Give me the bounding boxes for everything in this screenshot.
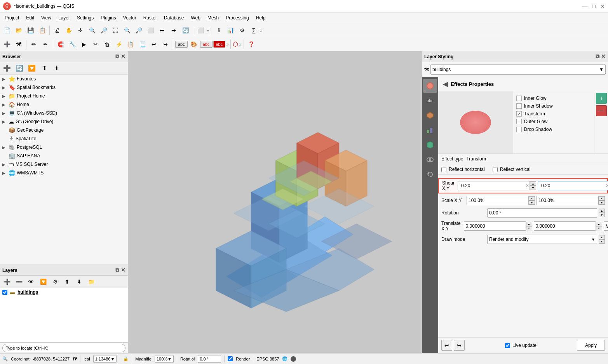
layer-remove-btn[interactable]: ➖ [14,276,24,287]
paste-button[interactable]: 📃 [137,39,148,50]
layer-down-btn[interactable]: ⬇ [74,276,85,287]
layer-filter-btn[interactable]: 🔽 [38,276,49,287]
menu-help[interactable]: Help [253,14,269,21]
scale-y-up[interactable]: ▲ [599,196,605,200]
identify-button[interactable]: ℹ [213,25,224,36]
select-feature-button[interactable]: ⬜ [195,25,206,36]
layers-float-btn[interactable]: ⧉ [115,267,119,273]
tree-item-favorites[interactable]: ▶ ⭐ Favorites [0,75,128,83]
translate-y-up[interactable]: ▲ [596,222,602,226]
tree-item-bookmarks[interactable]: ▶ 🔖 Spatial Bookmarks [0,83,128,92]
effect-label-outerglow[interactable]: Outer Glow [524,119,548,124]
split-button[interactable]: ⚡ [113,39,124,50]
close-button[interactable]: ✕ [600,3,605,9]
tab-labels[interactable]: abc [423,94,437,108]
open-attr-button[interactable]: 📊 [225,25,236,36]
styling-close-btn[interactable]: ✕ [601,53,606,60]
browser-info-btn[interactable]: ℹ [51,63,62,74]
effect-checkbox-outerglow[interactable] [516,119,522,124]
effect-checkbox-dropshadow[interactable] [516,127,522,132]
render-checkbox[interactable] [228,356,233,361]
layer-group-btn[interactable]: 📁 [86,276,97,287]
effect-checkbox-innershadow[interactable] [516,103,522,109]
styling-float-btn[interactable]: ⧉ [596,53,599,60]
select-button[interactable]: ▶ [78,39,89,50]
layer-checkbox-buildings[interactable] [2,290,7,295]
draw-mode-dropdown[interactable]: Render and modify ▼ [487,235,597,244]
zoom-full-button[interactable]: ⛶ [110,25,121,36]
effect-label-innerglow[interactable]: Inner Glow [524,96,547,101]
rotation-up[interactable]: ▲ [599,209,605,213]
scale-dropdown[interactable]: 1:13486 ▼ [93,355,117,363]
add-effect-button[interactable]: + [596,93,607,104]
pan-button[interactable]: ✋ [63,25,74,36]
tab-history[interactable] [423,167,437,181]
canvas-area[interactable] [128,51,422,353]
title-bar-controls[interactable]: — □ ✕ [582,3,605,9]
tree-item-spatialite[interactable]: 🗄 SpatiaLite [0,134,128,143]
effect-label-transform[interactable]: Transform [524,111,545,117]
translate-y-down[interactable]: ▼ [596,226,602,230]
menu-edit[interactable]: Edit [23,14,37,21]
edit-button[interactable]: ✒ [40,39,51,50]
effect-label-dropshadow[interactable]: Drop Shadow [524,127,552,132]
tab-diagrams[interactable] [423,123,437,137]
effects-back-icon[interactable]: ◀ [443,80,448,88]
scale-y-down[interactable]: ▼ [599,200,605,205]
browser-add-btn[interactable]: ➕ [2,63,12,74]
layer-add-btn[interactable]: ➕ [2,276,12,287]
undo-history-button[interactable]: ↩ [441,340,452,351]
tab-renderer[interactable] [423,79,437,93]
menu-database[interactable]: Database [161,14,187,21]
browser-filter-btn[interactable]: 🔽 [26,63,37,74]
refresh-button[interactable]: 🔄 [180,25,191,36]
maximize-button[interactable]: □ [592,3,596,9]
minimize-button[interactable]: — [582,3,588,9]
menu-raster[interactable]: Raster [140,14,160,21]
zoom-native-button[interactable]: ⬜ [145,25,156,36]
rotation-dropdown[interactable]: 0.0 ° [198,355,221,363]
save-button[interactable]: 💾 [25,25,36,36]
add-layer-button[interactable]: 🗺 [13,39,24,50]
zoom-next-button[interactable]: ➡ [168,25,179,36]
zoom-in-button[interactable]: 🔍 [87,25,98,36]
print-button[interactable]: 🖨 [52,25,63,36]
advanced-button[interactable]: 🔧 [67,39,78,50]
pan-map-button[interactable]: ✛ [75,25,86,36]
menu-plugins[interactable]: Plugins [98,14,119,21]
settings2-button[interactable]: ⚙ [237,25,247,36]
undo-btn2[interactable]: ↩ [148,39,159,50]
magnifier-dropdown[interactable]: 100% ▼ [155,355,174,363]
tree-item-wms[interactable]: ▶ 🌐 WMS/WMTS [0,169,128,177]
tab-3d[interactable] [423,108,437,122]
search-input[interactable] [2,344,125,352]
layer-dropdown[interactable]: buildings ▼ [430,64,606,75]
translate-x-down[interactable]: ▼ [526,226,532,230]
zoom-selection-button[interactable]: 🔎 [133,25,144,36]
live-update-checkbox[interactable] [505,343,510,348]
rotation-down[interactable]: ▼ [599,213,605,217]
layer-up-btn[interactable]: ⬆ [62,276,73,287]
translate-x-up[interactable]: ▲ [526,222,532,226]
cut-button[interactable]: ✂ [90,39,101,50]
shear-x-down[interactable]: ▼ [530,186,536,190]
tree-item-home[interactable]: ▶ 🏠 Home [0,100,128,109]
reflect-horizontal-checkbox[interactable] [441,167,446,172]
menu-vector[interactable]: Vector [120,14,139,21]
tree-item-windows[interactable]: ▶ 💻 C:\ (Windows-SSD) [0,109,128,117]
menu-mesh[interactable]: Mesh [204,14,222,21]
zoom-prev-button[interactable]: ⬅ [157,25,167,36]
tree-item-saphana[interactable]: 🏢 SAP HANA [0,152,128,160]
effect-label-innershadow[interactable]: Inner Shadow [524,103,553,109]
browser-float-btn[interactable]: ⧉ [115,53,119,60]
redo-history-button[interactable]: ↪ [454,340,465,351]
zoom-layer-button[interactable]: 🔍 [122,25,132,36]
menu-processing[interactable]: Processing [223,14,252,21]
tab-source[interactable] [423,138,437,152]
browser-refresh-btn[interactable]: 🔄 [14,63,25,74]
layer-row-buildings[interactable]: ▬ buildings [0,287,128,297]
tree-item-mssql[interactable]: ▶ 🗃 MS SQL Server [0,160,128,169]
translate-x-input[interactable] [464,221,526,231]
copy-button[interactable]: 📋 [125,39,136,50]
new-project-button[interactable]: 📄 [2,25,12,36]
